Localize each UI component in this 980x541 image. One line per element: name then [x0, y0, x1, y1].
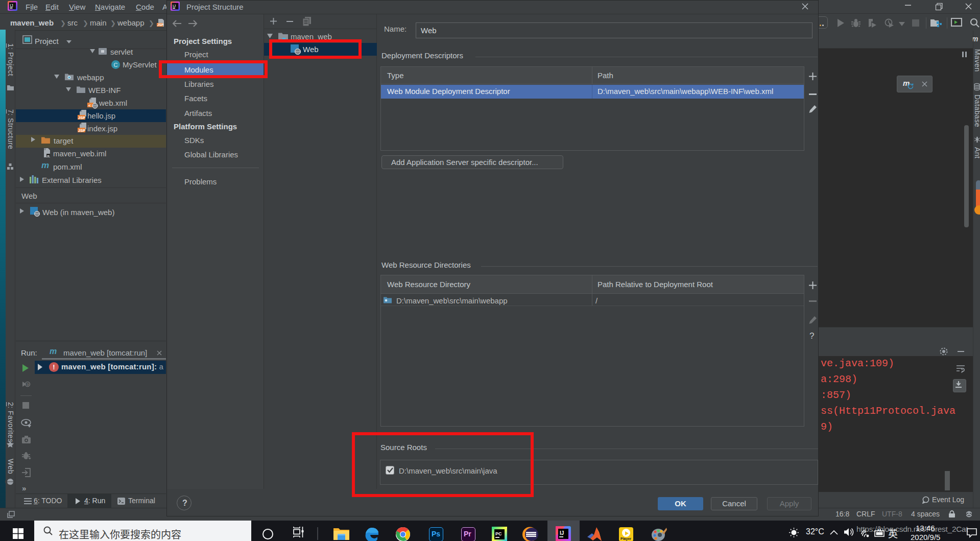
svg-text:IJ: IJ [173, 4, 176, 8]
svg-text:JSP: JSP [78, 115, 85, 120]
svg-text:IJ: IJ [10, 3, 13, 8]
svg-text:9: 9 [27, 382, 29, 387]
svg-text:IJ: IJ [560, 530, 564, 536]
svg-text:JSP: JSP [78, 128, 85, 133]
svg-text:<: < [88, 103, 91, 108]
svg-text:JSP: JSP [157, 23, 164, 27]
svg-text:C: C [114, 62, 118, 68]
svg-text:PC: PC [495, 531, 502, 536]
